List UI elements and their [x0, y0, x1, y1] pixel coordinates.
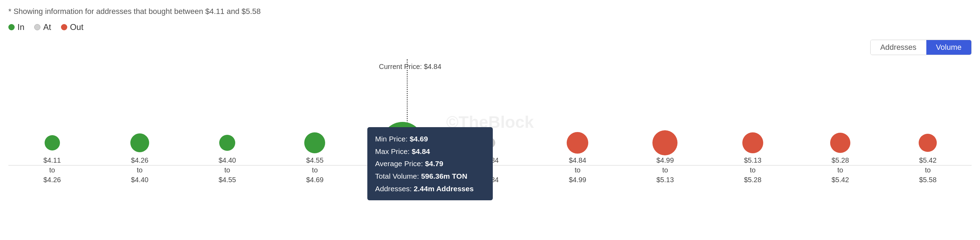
bubble-col-3 — [271, 132, 359, 153]
tooltip-addresses-label: Addresses: — [375, 184, 412, 192]
tooltip-avg-value: $4.79 — [425, 159, 443, 168]
x-label-8: $5.13to$5.28 — [709, 155, 796, 184]
bubble-9 — [830, 133, 850, 153]
tooltip-volume-label: Total Volume: — [375, 172, 419, 180]
tooltip-avg-price: Average Price: $4.79 — [375, 157, 485, 170]
legend-dot-in — [8, 24, 14, 30]
bubble-col-9 — [796, 133, 884, 153]
x-label-7: $4.99to$5.13 — [621, 155, 709, 184]
bubble-col-10 — [884, 134, 972, 152]
tooltip-max-label: Max Price: — [375, 147, 409, 155]
tooltip: Min Price: $4.69 Max Price: $4.84 Averag… — [368, 127, 493, 200]
x-label-6: $4.84to$4.99 — [534, 155, 621, 184]
tooltip-min-value: $4.69 — [409, 135, 428, 143]
tooltip-min-label: Min Price: — [375, 135, 407, 143]
tooltip-min-price: Min Price: $4.69 — [375, 133, 485, 145]
bubble-col-1 — [96, 134, 183, 152]
x-label-3: $4.55to$4.69 — [271, 155, 359, 184]
current-price-label: Current Price: $4.84 — [379, 63, 441, 71]
bubble-8 — [742, 132, 763, 153]
legend-label-in: In — [18, 22, 24, 32]
legend-item-out: Out — [61, 22, 84, 32]
x-label-10: $5.42to$5.58 — [884, 155, 972, 184]
addresses-toggle[interactable]: Addresses — [870, 40, 926, 55]
tooltip-avg-label: Average Price: — [375, 159, 423, 168]
bubble-col-8 — [709, 132, 796, 153]
bubble-3 — [304, 132, 325, 153]
bubble-col-2 — [184, 135, 271, 151]
tooltip-max-value: $4.84 — [412, 147, 430, 155]
chart-controls: Addresses Volume — [8, 40, 972, 55]
volume-toggle[interactable]: Volume — [926, 40, 971, 55]
bubble-col-0 — [8, 135, 96, 151]
tooltip-addresses: Addresses: 2.44m Addresses — [375, 183, 485, 195]
legend-dot-out — [61, 24, 67, 30]
tooltip-addresses-value: 2.44m Addresses — [414, 184, 474, 192]
bubble-col-6 — [534, 132, 621, 154]
legend-item-at: At — [34, 22, 51, 32]
bubble-1 — [130, 134, 149, 152]
toggle-group: Addresses Volume — [870, 40, 972, 55]
bubble-7 — [652, 130, 678, 155]
legend-label-out: Out — [70, 22, 84, 32]
legend-item-in: In — [8, 22, 24, 32]
x-label-0: $4.11to$4.26 — [8, 155, 96, 184]
tooltip-max-price: Max Price: $4.84 — [375, 145, 485, 158]
legend-label-at: At — [43, 22, 51, 32]
bubble-10 — [919, 134, 937, 152]
bubble-6 — [567, 132, 588, 154]
info-text: * Showing information for addresses that… — [8, 7, 972, 16]
bubble-2 — [219, 135, 235, 151]
tooltip-volume-value: 596.36m TON — [421, 172, 467, 180]
chart-area: ©TheBlock Current Price: $4.84 $4.11to$4… — [8, 59, 972, 184]
x-label-1: $4.26to$4.40 — [96, 155, 183, 184]
bubble-col-7 — [621, 130, 709, 155]
legend-dot-at — [34, 24, 40, 30]
tooltip-total-volume: Total Volume: 596.36m TON — [375, 170, 485, 183]
x-label-9: $5.28to$5.42 — [796, 155, 884, 184]
bubble-0 — [45, 135, 60, 151]
legend: In At Out — [8, 22, 972, 32]
x-label-2: $4.40to$4.55 — [184, 155, 271, 184]
